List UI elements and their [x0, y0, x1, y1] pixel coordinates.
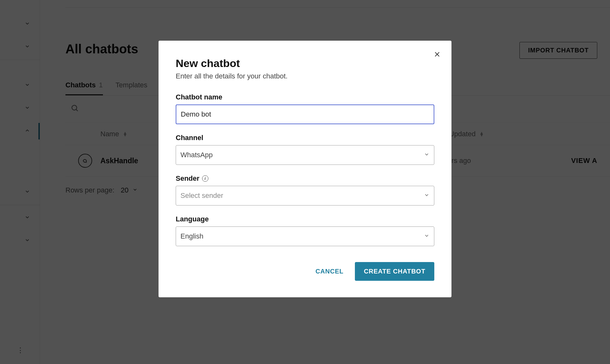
form-group-language: Language English [176, 215, 434, 246]
dialog-title: New chatbot [176, 57, 434, 70]
channel-select[interactable]: WhatsApp [176, 145, 434, 165]
form-group-name: Chatbot name [176, 93, 434, 124]
chevron-down-icon [424, 152, 430, 159]
chatbot-name-label: Chatbot name [176, 93, 434, 101]
language-value: English [180, 232, 203, 240]
info-icon[interactable]: i [202, 175, 208, 182]
close-button[interactable] [434, 51, 441, 59]
dialog-subtitle: Enter all the details for your chatbot. [176, 72, 434, 80]
new-chatbot-dialog: New chatbot Enter all the details for yo… [159, 41, 451, 297]
dialog-actions: CANCEL CREATE CHATBOT [176, 262, 434, 281]
language-select[interactable]: English [176, 226, 434, 246]
close-icon [434, 51, 441, 58]
cancel-button[interactable]: CANCEL [315, 268, 343, 275]
channel-label: Channel [176, 134, 434, 142]
create-chatbot-button[interactable]: CREATE CHATBOT [355, 262, 434, 281]
form-group-sender: Sender i Select sender [176, 174, 434, 206]
channel-value: WhatsApp [180, 151, 213, 159]
chatbot-name-input[interactable] [176, 104, 434, 124]
sender-label: Sender i [176, 174, 434, 183]
chevron-down-icon [424, 192, 430, 199]
language-label: Language [176, 215, 434, 223]
modal-overlay[interactable]: New chatbot Enter all the details for yo… [0, 0, 610, 364]
form-group-channel: Channel WhatsApp [176, 134, 434, 165]
chevron-down-icon [424, 233, 430, 240]
sender-placeholder: Select sender [180, 192, 223, 200]
sender-select[interactable]: Select sender [176, 186, 434, 206]
sender-label-text: Sender [176, 174, 200, 183]
